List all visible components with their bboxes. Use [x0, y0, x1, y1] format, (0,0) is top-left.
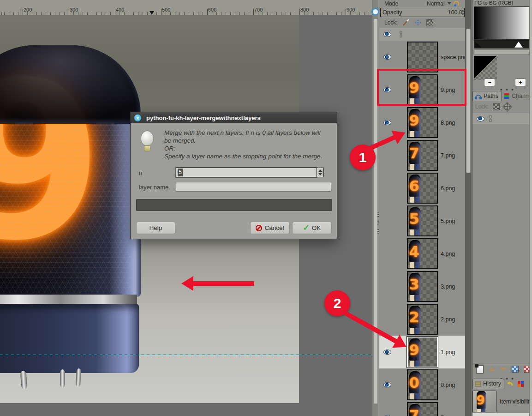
dialog-titlebar[interactable]: x python-fu-kh-layer-mergewithnextlayers [131, 112, 337, 123]
layer-thumbnail[interactable]: 2 [407, 304, 438, 335]
layer-name-input[interactable] [176, 182, 331, 192]
tube-glass: 9 [0, 45, 141, 297]
zoom-in-button[interactable]: + [515, 78, 526, 86]
layer-thumbnail-tube: 7 [409, 404, 421, 416]
ruler-tick-label: 900 [347, 7, 355, 12]
layer-label: 5.png [441, 218, 455, 224]
layer-thumbnail-tube: 3 [409, 273, 421, 301]
layer-thumbnail[interactable]: 6 [407, 173, 438, 204]
horizontal-ruler[interactable]: 200300400500600700800900 [0, 0, 372, 15]
n-spinner[interactable] [317, 168, 324, 177]
layer-thumbnail[interactable]: 9 [407, 337, 438, 368]
layer-row-5.png[interactable]: 55.png [379, 205, 466, 237]
tab-colors[interactable] [516, 380, 526, 389]
layer-thumbnail-tube: 9 [409, 338, 421, 367]
gradient-slider[interactable] [474, 40, 532, 48]
history-item-partial[interactable] [472, 413, 532, 416]
layer-thumbnail[interactable]: 5 [407, 205, 438, 236]
right-dock-scrollbar[interactable] [529, 0, 532, 416]
close-icon[interactable]: x [134, 115, 141, 121]
tab-history[interactable]: History [472, 379, 504, 389]
ruler-tick-label: 700 [254, 7, 263, 12]
n-input-value: 5 [178, 169, 183, 176]
lower-item-button[interactable] [500, 368, 507, 371]
layer-thumbnail[interactable]: 3 [407, 271, 438, 302]
duplicate-item-button[interactable] [512, 366, 519, 373]
visibility-eye-icon[interactable] [477, 116, 484, 121]
canvas-guide-line[interactable] [0, 355, 372, 355]
layer-row-7.png[interactable]: 77.png [379, 401, 466, 416]
chain-icon[interactable] [488, 115, 493, 122]
cancel-button[interactable]: Cancel [250, 222, 290, 234]
layer-label: 1.png [441, 349, 455, 356]
layer-label: space.png [441, 54, 466, 60]
layer-row-3.png[interactable]: 33.png [379, 270, 466, 303]
ok-button[interactable]: ✓ OK [292, 222, 332, 234]
color-squares-icon [518, 381, 524, 387]
layer-row-partial-top[interactable] [379, 28, 466, 41]
paths-lock-label: Lock: [475, 103, 489, 110]
visibility-eye-icon[interactable] [383, 54, 391, 60]
visibility-eye-icon[interactable] [383, 350, 391, 355]
layer-row-0.png[interactable]: 00.png [379, 368, 466, 401]
layer-row-4.png[interactable]: 44.png [379, 237, 466, 270]
layer-thumbnail[interactable]: 9 [407, 107, 438, 138]
mode-value[interactable]: Normal [427, 0, 445, 7]
layer-row-7.png[interactable]: 77.png [379, 139, 466, 172]
chain-icon[interactable] [399, 31, 403, 37]
layer-row-8.png[interactable]: 98.png [379, 106, 466, 139]
paths-lock-stroke-icon[interactable] [493, 103, 500, 110]
history-item[interactable]: 9Item visibility [472, 390, 532, 413]
layer-label: 4.png [441, 251, 455, 257]
layer-label: 7.png [441, 415, 455, 416]
paths-lock-position-icon[interactable] [502, 102, 512, 111]
paths-item-row[interactable] [472, 113, 530, 124]
navigation-corner-icon[interactable] [371, 8, 379, 16]
ruler-tick-label: 400 [116, 7, 124, 12]
layer-thumbnail[interactable] [407, 42, 438, 72]
gradient-left-marker[interactable] [475, 41, 481, 48]
ruler-tick-label: 500 [162, 7, 170, 12]
visibility-eye-icon[interactable] [383, 382, 391, 387]
tab-channels[interactable]: Channels [502, 91, 532, 101]
layer-label: 3.png [441, 283, 455, 290]
help-button[interactable]: Help [136, 222, 175, 234]
tab-paths[interactable]: Paths [472, 91, 502, 101]
raise-item-button[interactable] [489, 368, 495, 371]
gradient-title: FG to BG (RGB) [474, 0, 513, 6]
history-item-label: Item visibility [500, 398, 532, 405]
lock-pixels-brush-icon[interactable] [402, 19, 410, 26]
layer-thumbnail-tube: 9 [477, 391, 486, 412]
layers-scrollbar[interactable] [465, 0, 472, 416]
gradient-marker[interactable] [514, 42, 523, 48]
layer-row-6.png[interactable]: 66.png [379, 172, 466, 205]
mode-group-switch-icon[interactable] [454, 1, 459, 6]
lock-alpha-icon[interactable] [426, 19, 433, 26]
dock-resize-handle[interactable] [377, 212, 379, 234]
zoom-out-button[interactable]: − [484, 78, 495, 86]
layers-scrollbar-thumb[interactable] [466, 29, 471, 173]
visibility-eye-icon[interactable] [383, 120, 391, 125]
gradient-name-field[interactable] [474, 49, 532, 55]
layer-thumbnail[interactable]: 0 [407, 369, 438, 400]
opacity-slider[interactable]: Opacity 100.0 [380, 8, 465, 17]
gimp-window: 9 200300400500600700800900 Mode Normal [0, 0, 532, 416]
channels-icon [503, 93, 510, 99]
cancel-icon [256, 225, 262, 231]
hint-bulb-icon [139, 131, 155, 154]
tube-pin [20, 371, 28, 390]
canvas-vertical-scrollbar[interactable] [372, 0, 378, 416]
ruler-tick-label: 200 [24, 7, 32, 12]
chevron-down-icon[interactable] [448, 2, 451, 5]
layer-thumbnail[interactable]: 4 [407, 238, 438, 269]
layer-row-2.png[interactable]: 22.png [379, 303, 466, 336]
visibility-eye-icon[interactable] [383, 32, 391, 37]
layer-name-label: layer name [139, 184, 168, 191]
gradient-preview[interactable] [474, 6, 532, 40]
new-item-button[interactable] [476, 365, 484, 374]
tab-undo-editor[interactable] [504, 380, 516, 389]
layer-thumbnail[interactable]: 7 [407, 402, 438, 416]
lock-position-icon[interactable] [414, 19, 422, 26]
layer-thumbnail[interactable]: 7 [407, 140, 438, 171]
n-input[interactable]: 5 [176, 168, 317, 177]
